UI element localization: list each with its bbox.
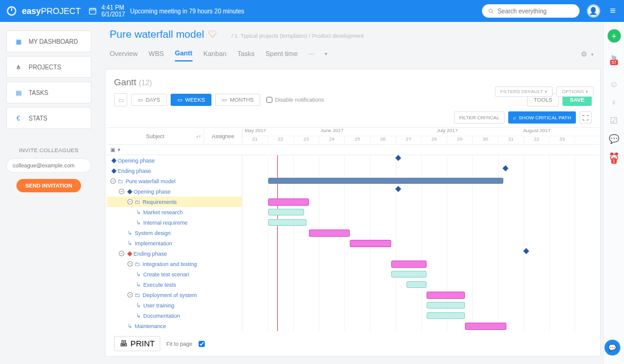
help-fab[interactable]: 💬 [604,340,620,355]
task-label: Implementation [135,240,172,247]
avatar[interactable]: 👤 [587,4,600,18]
subtask-icon: ↳ [136,312,141,319]
tree-row[interactable]: −🗀Pure waterfall model [107,176,242,186]
crumb-2[interactable]: Product development [312,33,364,39]
folder-icon: 🗀 [135,292,140,298]
gear-caret[interactable]: ▾ [591,52,594,57]
chat-icon[interactable]: 💬 [609,134,619,144]
gantt-bar[interactable] [268,209,304,215]
panel-count: (12) [139,79,152,87]
gantt-panel: Gantt (12) FILTERS DEFAULT ▾ OPTIONS ▾ ▭… [105,69,601,357]
expand-icon[interactable]: ⛶ [580,111,592,124]
gantt-bar[interactable] [391,271,427,278]
nav-label: MY DASHBOARD [29,38,78,45]
task-label: Execute tests [143,282,176,288]
fit-to-page-checkbox[interactable] [199,341,205,347]
tree-row[interactable]: ↳Internal requireme [107,217,242,228]
tab-wbs[interactable]: WBS [149,50,164,61]
gantt-bar[interactable] [427,312,465,319]
tree-row[interactable]: −Opening phase [107,186,242,197]
subtask-icon: ↳ [127,240,132,247]
scale-weeks[interactable]: ▭ WEEKS [171,94,212,106]
scale-days[interactable]: ▭ DAYS [131,94,167,106]
print-button[interactable]: 🖶 PRINT [114,336,160,351]
tree-row[interactable]: ↳User training [107,300,242,310]
invite-email-input[interactable] [6,158,91,173]
task-label: Create test scenari [143,271,190,278]
tab-more[interactable]: ··· [308,50,314,61]
gantt-bar[interactable] [427,292,465,299]
task-label: Market research [143,209,183,215]
collapse-row[interactable]: ▣ ▾ [107,145,599,155]
menu-icon[interactable]: ≡ [608,5,618,16]
check-icon[interactable]: ☑ [610,116,618,125]
gantt-bar[interactable] [391,261,427,268]
tab-gantt[interactable]: Gantt [175,49,193,61]
search-box[interactable] [482,4,580,18]
gantt: Subject▴▾ Assignee May 2017June 2017July… [107,127,599,331]
tree-row[interactable]: −🗀Deployment of system [107,290,242,300]
tree-row[interactable]: ↳System design [107,228,242,238]
scale-months[interactable]: ▭ MONTHS [215,94,260,106]
tree-row[interactable]: −🗀Requirements [107,197,242,207]
nav-stats[interactable]: €STATS [6,107,91,129]
topbar: easyPROJECT 4:41 PM 6/1/2017 Upcoming me… [0,0,624,22]
tab-kanban[interactable]: Kanban [204,50,227,61]
invite-block: INVITE COLLEAGUES SEND INVITATION [6,147,91,192]
tab-arrow[interactable]: ▾ [325,51,327,60]
task-label: Opening phase [118,158,155,164]
task-label: Maintenance [135,323,166,329]
calendar-single-icon[interactable]: ▭ [114,93,127,107]
tree-row[interactable]: −Ending phase [107,248,242,259]
col-assignee[interactable]: Assignee [204,128,243,144]
sort-icon[interactable]: ▴▾ [196,134,201,139]
add-fab[interactable]: + [608,29,621,43]
show-critical-path-button[interactable]: ⌕ SHOW CRITICAL PATH [508,111,576,124]
disable-notifications[interactable]: Disable notifications [266,97,324,103]
milestone[interactable] [523,248,530,254]
person-icon[interactable]: ☺ [609,79,618,89]
tree-row[interactable]: Opening phase [107,155,242,166]
logo-suffix: PROJECT [41,6,80,16]
bulb-icon[interactable]: ♀ [611,97,617,107]
nav-projects[interactable]: ⋔PROJECTS [6,56,91,78]
app-logo[interactable]: easyPROJECT [6,5,81,16]
tree-row[interactable]: −🗀Integration and testing [107,259,242,269]
tree-row[interactable]: ↳Execute tests [107,279,242,290]
nav-tasks[interactable]: ▤TASKS [6,82,91,103]
tree-row[interactable]: ↳Implementation [107,238,242,248]
gantt-bar[interactable] [406,281,427,288]
tree-row[interactable]: ↳Market research [107,207,242,217]
tree-row[interactable]: ↳Create test scenari [107,269,242,279]
tree-row[interactable]: Ending phase [107,166,242,176]
gantt-bar[interactable] [309,229,350,237]
gantt-bar[interactable] [268,219,307,226]
tab-spent-time[interactable]: Spent time [266,50,298,61]
filters-button[interactable]: FILTERS DEFAULT ▾ [495,86,553,97]
clock-icon[interactable]: ⏰1 [609,152,619,162]
flag-icon[interactable]: ⚑57 [610,54,618,63]
milestone[interactable] [395,155,402,161]
heart-icon[interactable]: ♡ [208,28,217,41]
tab-tasks[interactable]: Tasks [238,50,255,61]
gantt-bar[interactable] [350,240,391,247]
gantt-bar[interactable] [268,198,309,206]
power-icon [6,5,17,16]
filter-critical-button[interactable]: FILTER CRITICAL [454,111,505,124]
gear-icon[interactable]: ⚙ [581,50,587,58]
gantt-bar[interactable] [268,178,503,184]
milestone[interactable] [503,166,509,172]
tab-overview[interactable]: Overview [110,50,138,61]
search-input[interactable] [497,8,573,15]
gantt-bar[interactable] [427,302,465,309]
crumb-1[interactable]: 1. Typical projects (templates) [235,33,307,39]
nav-dashboard[interactable]: ▦MY DASHBOARD [6,30,91,52]
tree-row[interactable]: ↳Documentation [107,310,242,321]
milestone[interactable] [395,186,402,192]
options-button[interactable]: OPTIONS ▾ [556,86,594,97]
send-invitation-button[interactable]: SEND INVITATION [16,179,80,192]
tree-row[interactable]: ↳Maintenance [107,321,242,331]
gantt-bar[interactable] [465,323,506,330]
task-label: Ending phase [118,168,151,174]
col-subject[interactable]: Subject▴▾ [107,128,204,144]
